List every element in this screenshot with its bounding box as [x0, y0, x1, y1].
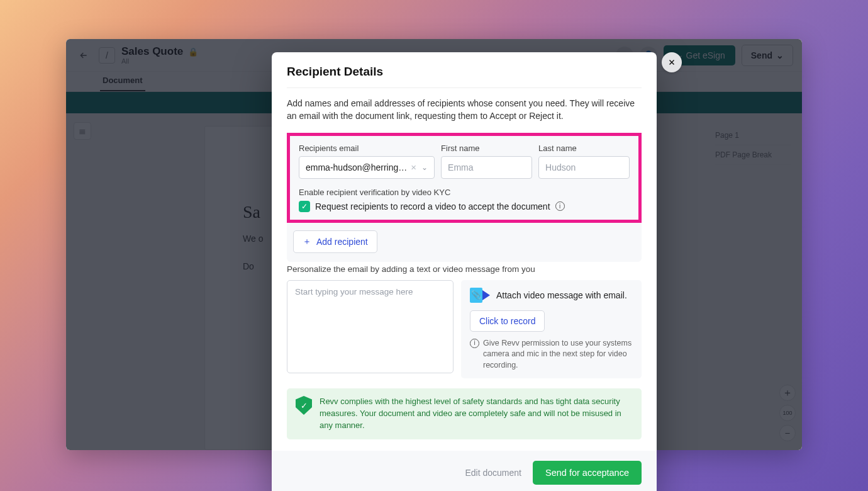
- message-textarea[interactable]: Start typing your message here: [287, 280, 453, 373]
- kyc-checkbox-label: Request recipients to record a video to …: [315, 201, 550, 212]
- first-name-label: First name: [441, 144, 532, 153]
- modal-description: Add names and email addresses of recipie…: [272, 88, 657, 133]
- add-recipient-button[interactable]: ＋ Add recipient: [293, 230, 377, 253]
- video-attach-icon: 📎: [470, 288, 490, 303]
- clear-email-icon[interactable]: ×: [411, 162, 416, 172]
- email-label: Recipients email: [299, 144, 435, 153]
- kyc-checkbox[interactable]: ✓: [299, 201, 310, 212]
- modal-title: Recipient Details: [287, 65, 642, 79]
- last-name-label: Last name: [538, 144, 630, 153]
- safety-text: Revv complies with the highest level of …: [320, 396, 633, 432]
- plus-icon: ＋: [303, 236, 311, 247]
- edit-document-link[interactable]: Edit document: [465, 468, 521, 478]
- last-name-placeholder: Hudson: [545, 162, 576, 172]
- last-name-input[interactable]: Hudson: [538, 156, 630, 179]
- info-icon[interactable]: i: [555, 201, 565, 211]
- add-recipient-label: Add recipient: [316, 237, 368, 247]
- first-name-input[interactable]: Emma: [441, 156, 532, 179]
- video-attach-panel: 📎 Attach video message with email. Click…: [461, 280, 642, 379]
- click-to-record-button[interactable]: Click to record: [470, 310, 545, 332]
- video-permission-note: Give Revv permission to use your systems…: [483, 338, 633, 371]
- kyc-heading: Enable recipient verification by video K…: [299, 188, 630, 197]
- recipient-details-modal: Recipient Details Add names and email ad…: [272, 52, 657, 491]
- send-for-acceptance-button[interactable]: Send for acceptance: [533, 461, 642, 485]
- close-modal-button[interactable]: [662, 52, 682, 72]
- recipient-email-select[interactable]: emma-hudson@herring… × ⌄: [299, 156, 435, 179]
- message-placeholder: Start typing your message here: [295, 287, 413, 296]
- chevron-down-icon[interactable]: ⌄: [421, 163, 428, 172]
- recipient-email-value: emma-hudson@herring…: [306, 162, 407, 172]
- video-attach-title: Attach video message with email.: [496, 290, 627, 300]
- shield-check-icon: ✓: [296, 396, 312, 415]
- first-name-placeholder: Emma: [448, 162, 473, 172]
- personalize-label: Personalize the email by adding a text o…: [272, 262, 657, 274]
- safety-banner: ✓ Revv complies with the highest level o…: [287, 388, 642, 439]
- recipient-highlight-box: Recipients email emma-hudson@herring… × …: [287, 133, 642, 223]
- info-icon: i: [470, 339, 479, 348]
